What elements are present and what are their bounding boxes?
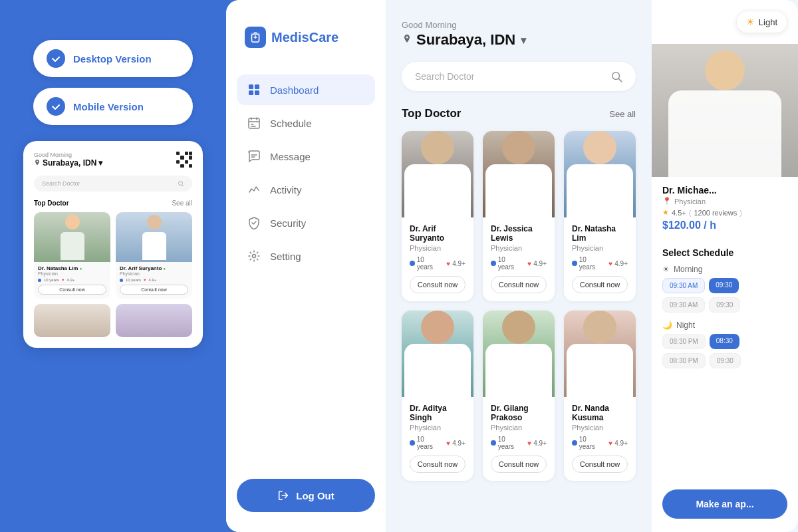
mp-doctor-card-4 (116, 304, 192, 337)
schedule-title: Select Schedule (662, 247, 787, 258)
light-mode-toggle[interactable]: ☀ Light (736, 11, 787, 33)
mp-location: Surabaya, IDN ▾ (34, 158, 102, 168)
mp-greeting: Good Morning (34, 152, 102, 158)
night-time-slots-row2: 08:30 PM 09:30 (662, 353, 787, 368)
sidebar-security-label: Security (270, 217, 306, 229)
star-icon: ★ (662, 208, 669, 217)
consult-btn-natasha[interactable]: Consult now (572, 276, 628, 293)
see-all-link[interactable]: See all (609, 109, 636, 119)
main-content: Good Morning Surabaya, IDN ▾ Search Doct… (386, 0, 652, 532)
featured-doctor-image (652, 44, 798, 177)
night-period: 🌙 Night 08:30 PM 08:30 08:30 PM 09:30 (662, 321, 787, 368)
make-appointment-button[interactable]: Make an ap... (662, 489, 787, 519)
night-slot-2[interactable]: 08:30 (710, 334, 739, 349)
night-slot-4[interactable]: 09:30 (710, 353, 741, 368)
doctor-name-arif: Dr. Arif Suryanto (410, 224, 466, 243)
doctors-grid: Dr. Arif Suryanto Physician 10 years ♥4.… (402, 131, 636, 481)
mp-consult-btn-1[interactable]: Consult now (38, 285, 106, 295)
search-bar[interactable]: Search Doctor (402, 62, 636, 91)
doctor-name-aditya: Dr. Aditya Singh (410, 404, 466, 422)
consult-btn-aditya[interactable]: Consult now (410, 456, 466, 473)
doctor-meta-gilang: 10 years ♥4.9+ (491, 436, 547, 450)
sidebar-logout-section: Log Out (237, 479, 375, 512)
sun-morning-icon: ☀ (662, 265, 670, 274)
mobile-version-button[interactable]: Mobile Version (33, 88, 193, 125)
mp-search-bar[interactable]: Search Doctor (34, 176, 192, 192)
morning-slot-2[interactable]: 09:30 (709, 278, 739, 293)
mobile-preview: Good Morning Surabaya, IDN ▾ Search Doct… (23, 141, 203, 348)
content-header: Good Morning Surabaya, IDN ▾ (402, 20, 636, 49)
consult-btn-nanda[interactable]: Consult now (572, 456, 628, 473)
sidebar-logo: MedisCare (226, 27, 386, 74)
make-appointment-label: Make an ap... (696, 499, 753, 509)
right-panel: ☀ Light Dr. Michae... 📍 Physician (652, 0, 798, 532)
sidebar-item-schedule[interactable]: Schedule (237, 108, 375, 138)
schedule-section: Select Schedule ☀ Morning 09:30 AM 09:30… (652, 239, 798, 489)
sidebar-activity-label: Activity (270, 184, 302, 196)
mp-doctor-spec-1: Physician (38, 271, 106, 276)
night-slot-1[interactable]: 08:30 PM (662, 334, 706, 349)
consult-btn-gilang[interactable]: Consult now (491, 456, 547, 473)
doctor-info-nanda: Dr. Nanda Kusuma Physician 10 years ♥4.9… (564, 397, 636, 481)
doctor-meta-jessica: 10 years ♥4.9+ (491, 256, 547, 271)
light-mode-label: Light (759, 17, 777, 27)
doctor-meta-nanda: 10 years ♥4.9+ (572, 436, 628, 450)
sidebar-dashboard-label: Dashboard (270, 84, 319, 96)
content-area: Good Morning Surabaya, IDN ▾ Search Doct… (386, 0, 798, 532)
doctor-card-nanda: Dr. Nanda Kusuma Physician 10 years ♥4.9… (564, 311, 636, 481)
sidebar-item-dashboard[interactable]: Dashboard (237, 74, 375, 105)
search-placeholder: Search Doctor (415, 71, 474, 82)
mp-section-title: Top Doctor (34, 200, 69, 207)
morning-slot-1[interactable]: 09:30 AM (662, 278, 705, 293)
mp-doctor-card-1: Dr. Natasha Lim ● Physician 10 years ♥ 4… (34, 212, 110, 299)
consult-btn-jessica[interactable]: Consult now (491, 276, 547, 293)
mp-doctor-meta-1: 10 years ♥ 4.9+ (38, 278, 106, 282)
mp-search-placeholder: Search Doctor (42, 180, 80, 187)
doctor-card-gilang: Dr. Gilang Prakoso Physician 10 years ♥4… (483, 311, 555, 481)
top-doctor-section-header: Top Doctor See all (402, 107, 636, 120)
sidebar: MedisCare Dashboard (226, 0, 386, 532)
mp-see-all[interactable]: See all (172, 200, 192, 207)
mp-doctor-name-1: Dr. Natasha Lim ● (38, 265, 106, 271)
check-icon-mobile (47, 97, 65, 116)
mp-location-text: Surabaya, IDN (43, 158, 96, 168)
night-slot-3[interactable]: 08:30 PM (662, 353, 706, 368)
greeting-text: Good Morning (402, 20, 636, 30)
mp-doctors-grid: Dr. Natasha Lim ● Physician 10 years ♥ 4… (34, 212, 192, 337)
doctor-image-nanda (564, 311, 636, 397)
location-chevron[interactable]: ▾ (521, 34, 526, 47)
doctor-card-natasha: Dr. Natasha Lim Physician 10 years ♥4.9+… (564, 131, 636, 301)
svg-rect-2 (249, 84, 253, 89)
mobile-version-label: Mobile Version (73, 101, 144, 112)
doctor-name-jessica: Dr. Jessica Lewis (491, 224, 547, 243)
night-label: 🌙 Night (662, 321, 787, 330)
featured-doctor-rating: ★ 4.5+ (1200 reviews) (662, 208, 787, 217)
consult-btn-arif[interactable]: Consult now (410, 276, 466, 293)
logo-text: MedisCare (271, 30, 338, 45)
morning-slot-3[interactable]: 09:30 AM (662, 297, 705, 313)
doctor-spec-natasha: Physician (572, 244, 628, 252)
sidebar-item-setting[interactable]: Setting (237, 241, 375, 271)
morning-period: ☀ Morning 09:30 AM 09:30 09:30 AM 09:30 (662, 265, 787, 313)
sidebar-item-security[interactable]: Security (237, 207, 375, 238)
doctor-name-natasha: Dr. Natasha Lim (572, 224, 628, 243)
sidebar-item-message[interactable]: Message (237, 141, 375, 172)
morning-slot-4[interactable]: 09:30 (709, 297, 740, 313)
doctor-spec-gilang: Physician (491, 424, 547, 432)
doctor-image-gilang (483, 311, 555, 397)
doctor-info-jessica: Dr. Jessica Lewis Physician 10 years ♥4.… (483, 217, 555, 301)
doctor-card-aditya: Dr. Aditya Singh Physician 10 years ♥4.9… (402, 311, 473, 481)
logout-button[interactable]: Log Out (237, 479, 375, 512)
main-area: MedisCare Dashboard (226, 0, 798, 532)
svg-rect-4 (249, 90, 253, 95)
desktop-version-button[interactable]: Desktop Version (33, 40, 193, 77)
doctor-image-natasha (564, 131, 636, 217)
mp-consult-btn-2[interactable]: Consult now (120, 285, 188, 295)
sidebar-message-label: Message (270, 151, 311, 162)
doctor-meta-natasha: 10 years ♥4.9+ (572, 256, 628, 271)
doctor-meta-aditya: 10 years ♥4.9+ (410, 436, 466, 450)
featured-doctor-info: Dr. Michae... 📍 Physician ★ 4.5+ (1200 r… (652, 177, 798, 239)
sidebar-item-activity[interactable]: Activity (237, 174, 375, 205)
doctor-spec-nanda: Physician (572, 424, 628, 432)
doctor-info-gilang: Dr. Gilang Prakoso Physician 10 years ♥4… (483, 397, 555, 481)
